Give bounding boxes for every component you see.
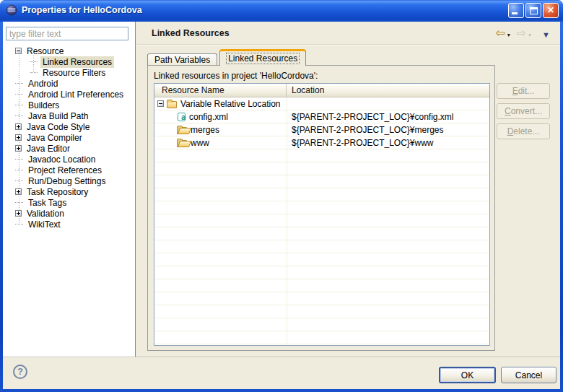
tree-connector [15, 94, 23, 95]
row-expand-icon[interactable] [157, 100, 164, 107]
sidebar-item-label[interactable]: Javadoc Location [26, 154, 97, 165]
sidebar-item-label[interactable]: Validation [25, 208, 66, 219]
back-icon[interactable]: ⇦ [495, 26, 505, 40]
sidebar-tree-item[interactable]: Linked Resources [3, 56, 134, 67]
table-description: Linked resources in project 'HelloCordov… [154, 71, 318, 81]
folder-open-icon [177, 140, 187, 147]
folder-open-icon [177, 127, 187, 134]
folder-closed-icon [167, 101, 177, 108]
cancel-button[interactable]: Cancel [501, 367, 557, 383]
resource-name: merges [191, 125, 219, 135]
tree-expand-icon[interactable] [15, 188, 22, 195]
maximize-button[interactable] [525, 3, 541, 18]
sidebar-tree-item[interactable]: Run/Debug Settings [3, 175, 134, 186]
sidebar-item-label[interactable]: Java Build Path [26, 110, 90, 122]
tab-path-variables[interactable]: Path Variables [147, 53, 217, 65]
column-header-resource-name[interactable]: Resource Name [154, 84, 287, 97]
tree-expand-icon[interactable] [15, 210, 22, 217]
back-dropdown-icon[interactable]: ▾ [507, 32, 510, 38]
ok-button[interactable]: OK [439, 367, 496, 383]
sidebar-item-label[interactable]: Java Editor [25, 143, 72, 154]
tree-expand-icon[interactable] [15, 123, 22, 130]
table-row[interactable]: Variable Relative Location [154, 97, 489, 110]
table-row[interactable]: merges ${PARENT-2-PROJECT_LOC}¥merges [154, 123, 489, 136]
sidebar-item-label[interactable]: Android Lint Preferences [26, 89, 126, 100]
sidebar: Resource Linked Resources Resource Filte… [3, 22, 136, 357]
table-action-buttons: Edit... Convert... Delete... [497, 83, 550, 139]
sidebar-tree-item[interactable]: Java Compiler [3, 132, 134, 143]
tree-expand-icon[interactable] [15, 134, 22, 141]
resource-name: www [191, 138, 209, 148]
dialog-body: Resource Linked Resources Resource Filte… [3, 22, 560, 389]
tree-connector [30, 72, 38, 73]
sidebar-tree-item[interactable]: Javadoc Location [3, 154, 134, 165]
filter-input[interactable] [6, 27, 128, 40]
close-button[interactable]: ✕ [543, 3, 559, 18]
main-panel: Linked Resources ⇦ ▾ ⇨ ▾ ▼ Path Variable… [136, 22, 560, 357]
delete-button[interactable]: Delete... [497, 123, 550, 139]
minimize-button[interactable] [508, 3, 524, 18]
forward-dropdown-icon: ▾ [528, 32, 531, 38]
linked-resources-table[interactable]: Resource Name Location Variable Relative… [154, 83, 490, 346]
sidebar-tree-item[interactable]: Java Editor [3, 143, 134, 154]
sidebar-tree-item[interactable]: Project References [3, 165, 134, 175]
table-body: Variable Relative Location config.xml ${… [154, 97, 489, 345]
location-cell: ${PARENT-2-PROJECT_LOC}¥merges [287, 123, 489, 136]
sidebar-item-label[interactable]: Java Code Style [25, 121, 92, 133]
tree-connector [15, 83, 23, 84]
tree-connector [15, 116, 23, 116]
sidebar-item-label[interactable]: Task Repository [25, 186, 90, 198]
xml-file-icon [178, 113, 186, 121]
sidebar-tree: Resource Linked Resources Resource Filte… [3, 45, 134, 357]
sidebar-item-label[interactable]: Project References [26, 165, 104, 176]
table-row[interactable]: www ${PARENT-2-PROJECT_LOC}¥www [154, 136, 489, 149]
sidebar-item-label[interactable]: WikiText [26, 219, 63, 230]
forward-icon: ⇨ [517, 26, 526, 40]
tree-expand-icon[interactable] [15, 48, 22, 54]
tab-linked-resources[interactable]: Linked Resources [219, 49, 306, 66]
resource-name-cell: merges [154, 123, 287, 136]
tree-connector [15, 159, 23, 160]
resource-name: config.xml [189, 112, 228, 122]
sidebar-tree-item[interactable]: Validation [3, 208, 134, 219]
sidebar-item-label[interactable]: Builders [26, 100, 61, 111]
tree-connector [30, 61, 38, 62]
sidebar-tree-item[interactable]: Resource [3, 45, 134, 56]
sidebar-tree-item[interactable]: Builders [3, 100, 134, 110]
tree-connector [15, 224, 23, 225]
tree-connector [15, 202, 23, 203]
maximize-icon [530, 7, 538, 14]
table-row[interactable]: config.xml ${PARENT-2-PROJECT_LOC}¥confi… [154, 110, 489, 123]
sidebar-item-label[interactable]: Run/Debug Settings [26, 175, 108, 187]
sidebar-item-label[interactable]: Linked Resources [40, 56, 114, 68]
help-button[interactable]: ? [13, 365, 27, 379]
sidebar-tree-item[interactable]: Task Tags [3, 197, 134, 208]
sidebar-item-label[interactable]: Java Compiler [25, 132, 84, 144]
sidebar-tree-item[interactable]: Task Repository [3, 186, 134, 197]
tree-connector [15, 105, 23, 105]
tree-connector [15, 180, 23, 181]
tree-expand-icon[interactable] [15, 145, 22, 152]
sidebar-tree-item[interactable]: Java Code Style [3, 121, 134, 132]
sidebar-tree-item[interactable]: Android [3, 78, 134, 89]
sidebar-item-label[interactable]: Resource [25, 45, 66, 57]
sidebar-item-label[interactable]: Task Tags [26, 197, 69, 209]
tab-label: Path Variables [154, 55, 210, 65]
sidebar-tree-item[interactable]: Java Build Path [3, 110, 134, 121]
eclipse-logo-icon [6, 4, 17, 16]
sidebar-tree-item[interactable]: Resource Filters [3, 67, 134, 78]
sidebar-tree-item[interactable]: Android Lint Preferences [3, 89, 134, 100]
location-cell [287, 97, 489, 110]
column-header-location[interactable]: Location [287, 84, 489, 97]
sidebar-tree-item[interactable]: WikiText [3, 219, 134, 230]
sidebar-item-label[interactable]: Android [26, 78, 60, 90]
sidebar-item-label[interactable]: Resource Filters [40, 67, 108, 79]
minimize-icon [512, 12, 518, 14]
table-header: Resource Name Location [154, 84, 489, 97]
edit-button[interactable]: Edit... [497, 83, 550, 99]
view-menu-icon[interactable]: ▼ [542, 30, 550, 39]
titlebar[interactable]: Properties for HelloCordova ✕ [0, 0, 563, 22]
convert-button[interactable]: Convert... [497, 103, 550, 119]
footer-bar: ? OK Cancel [3, 357, 560, 389]
resource-name: Variable Relative Location [180, 99, 281, 109]
